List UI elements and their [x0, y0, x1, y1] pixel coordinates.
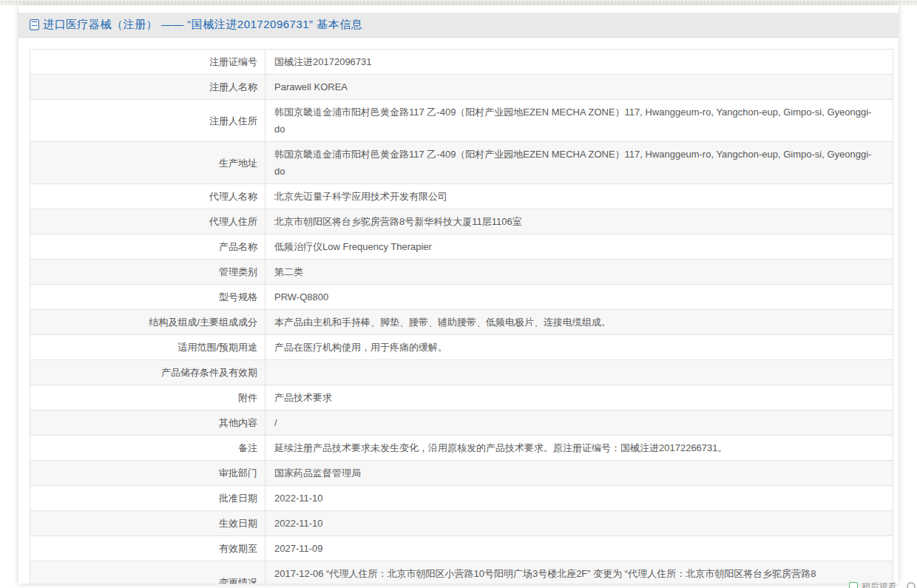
row-label: 管理类别: [30, 260, 265, 285]
table-row: 注册证编号国械注进20172096731: [30, 50, 893, 75]
content-panel: 进口医疗器械（注册） —— “国械注进20172096731” 基本信息 注册证…: [18, 5, 899, 584]
row-value: 2022-11-10: [265, 511, 893, 536]
row-label: 变更情况: [30, 561, 265, 584]
row-value: 国家药品监督管理局: [265, 461, 893, 486]
table-row: 生产地址韩国京畿道金浦市阳村邑黄金路117 乙-409（阳村产业园地EZEN M…: [30, 142, 893, 184]
row-label: 适用范围/预期用途: [30, 335, 265, 360]
row-label: 代理人住所: [30, 209, 265, 234]
table-row: 结构及组成/主要组成成分本产品由主机和手持棒、脚垫、腰带、辅助腰带、低频电极片、…: [30, 310, 893, 335]
row-value: 北京先迈量子科学应用技术开发有限公司: [265, 184, 893, 209]
row-value: 产品在医疗机构使用，用于疼痛的缓解。: [265, 335, 893, 360]
table-row: 备注延续注册产品技术要求未发生变化，沿用原核发的产品技术要求。原注册证编号：国械…: [30, 436, 893, 461]
row-label: 生效日期: [30, 511, 265, 536]
table-row: 产品储存条件及有效期: [30, 360, 893, 385]
page-title: 进口医疗器械（注册） —— “国械注进20172096731” 基本信息: [43, 18, 362, 32]
table-row: 生效日期2022-11-10: [30, 511, 893, 536]
table-row: 附件产品技术要求: [30, 385, 893, 410]
checkbox-icon[interactable]: [849, 582, 858, 588]
row-value: 2017-12-06 “代理人住所：北京市朝阳区小营路10号阳明广场3号楼北座2…: [265, 561, 893, 584]
row-label: 审批部门: [30, 461, 265, 486]
table-row: 代理人住所北京市朝阳区将台乡驼房营路8号新华科技大厦11层1106室: [30, 209, 893, 234]
row-label: 结构及组成/主要组成成分: [30, 310, 265, 335]
row-value: 本产品由主机和手持棒、脚垫、腰带、辅助腰带、低频电极片、连接电缆组成。: [265, 310, 893, 335]
table-row: 有效期至2027-11-09: [30, 536, 893, 561]
table-row: 其他内容/: [30, 410, 893, 436]
table-row: 批准日期2022-11-10: [30, 486, 893, 511]
table-row: 管理类别第二类: [30, 260, 893, 285]
table-row: 审批部门国家药品监督管理局: [30, 461, 893, 486]
row-value: /: [265, 410, 893, 436]
table-row: 注册人住所韩国京畿道金浦市阳村邑黄金路117 乙-409（阳村产业园地EZEN …: [30, 100, 893, 142]
table-row: 产品名称低频治疗仪Low Frequency Therapier: [30, 234, 893, 260]
row-value: [265, 360, 893, 385]
circle-icon[interactable]: [907, 582, 916, 588]
table-row: 注册人名称Parawell KOREA: [30, 75, 893, 100]
row-label: 批准日期: [30, 486, 265, 511]
row-label: 注册证编号: [30, 50, 265, 75]
row-value: 低频治疗仪Low Frequency Therapier: [265, 234, 893, 260]
table-row: 代理人名称北京先迈量子科学应用技术开发有限公司: [30, 184, 893, 209]
row-label: 型号规格: [30, 285, 265, 310]
section-header: 进口医疗器械（注册） —— “国械注进20172096731” 基本信息: [18, 13, 899, 38]
table-row: 适用范围/预期用途产品在医疗机构使用，用于疼痛的缓解。: [30, 335, 893, 360]
info-table: 注册证编号国械注进20172096731注册人名称Parawell KOREA注…: [30, 49, 893, 584]
row-label: 产品储存条件及有效期: [30, 360, 265, 385]
row-value: 北京市朝阳区将台乡驼房营路8号新华科技大厦11层1106室: [265, 209, 893, 234]
row-label: 注册人住所: [30, 100, 265, 142]
info-table-body: 注册证编号国械注进20172096731注册人名称Parawell KOREA注…: [30, 50, 893, 584]
row-value: 国械注进20172096731: [265, 50, 893, 75]
row-label: 生产地址: [30, 142, 265, 184]
row-label: 备注: [30, 436, 265, 461]
extension-label: 稍后观看: [862, 581, 897, 588]
browser-extension-widget[interactable]: 稍后观看: [849, 579, 916, 588]
row-value: 第二类: [265, 260, 893, 285]
row-label: 附件: [30, 385, 265, 410]
row-label: 产品名称: [30, 234, 265, 260]
row-label: 代理人名称: [30, 184, 265, 209]
row-value: Parawell KOREA: [265, 75, 893, 100]
row-value: 延续注册产品技术要求未发生变化，沿用原核发的产品技术要求。原注册证编号：国械注进…: [265, 436, 893, 461]
table-row: 型号规格PRW-Q8800: [30, 285, 893, 310]
document-icon: [30, 19, 39, 30]
row-value: PRW-Q8800: [265, 285, 893, 310]
row-value: 2027-11-09: [265, 536, 893, 561]
row-value: 韩国京畿道金浦市阳村邑黄金路117 乙-409（阳村产业园地EZEN MECHA…: [265, 100, 893, 142]
row-value: 韩国京畿道金浦市阳村邑黄金路117 乙-409（阳村产业园地EZEN MECHA…: [265, 142, 893, 184]
row-value: 产品技术要求: [265, 385, 893, 410]
row-value: 2022-11-10: [265, 486, 893, 511]
row-label: 其他内容: [30, 410, 265, 436]
page-top-strip: [0, 0, 917, 5]
table-row: 变更情况2017-12-06 “代理人住所：北京市朝阳区小营路10号阳明广场3号…: [30, 561, 893, 584]
row-label: 有效期至: [30, 536, 265, 561]
row-label: 注册人名称: [30, 75, 265, 100]
